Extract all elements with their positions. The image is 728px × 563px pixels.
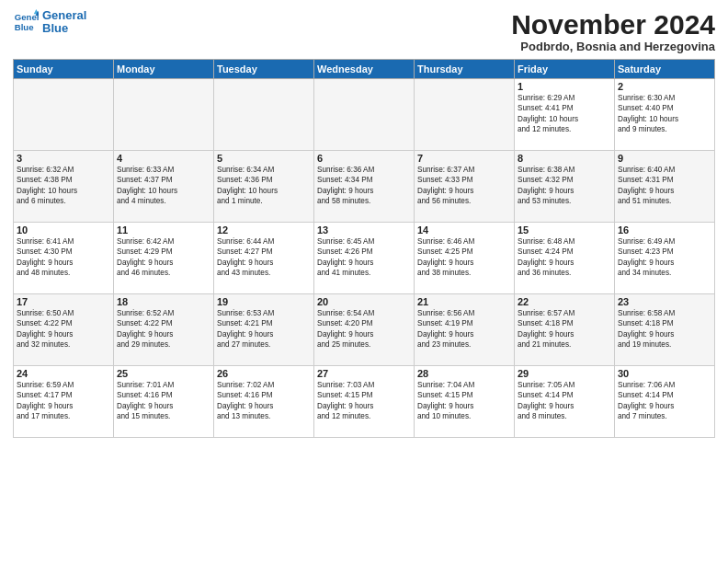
day-cell: 4Sunrise: 6:33 AMSunset: 4:37 PMDaylight… [114, 151, 214, 223]
day-number: 5 [217, 153, 311, 164]
day-cell: 23Sunrise: 6:58 AMSunset: 4:18 PMDayligh… [615, 294, 715, 366]
day-info: Sunrise: 6:37 AMSunset: 4:33 PMDaylight:… [417, 165, 511, 207]
day-info: Sunrise: 6:30 AMSunset: 4:40 PMDaylight:… [618, 93, 711, 135]
day-number: 3 [17, 153, 110, 164]
day-number: 19 [217, 296, 311, 307]
day-info: Sunrise: 6:29 AMSunset: 4:41 PMDaylight:… [518, 93, 611, 135]
day-cell: 11Sunrise: 6:42 AMSunset: 4:29 PMDayligh… [114, 223, 214, 294]
day-cell: 6Sunrise: 6:36 AMSunset: 4:34 PMDaylight… [314, 151, 415, 223]
day-info: Sunrise: 6:36 AMSunset: 4:34 PMDaylight:… [317, 165, 411, 207]
day-cell: 5Sunrise: 6:34 AMSunset: 4:36 PMDaylight… [214, 151, 314, 223]
col-header-saturday: Saturday [615, 60, 715, 79]
day-info: Sunrise: 7:05 AMSunset: 4:14 PMDaylight:… [518, 380, 611, 422]
day-cell: 9Sunrise: 6:40 AMSunset: 4:31 PMDaylight… [615, 151, 715, 223]
day-info: Sunrise: 6:32 AMSunset: 4:38 PMDaylight:… [17, 165, 110, 207]
day-cell: 1Sunrise: 6:29 AMSunset: 4:41 PMDaylight… [515, 79, 615, 151]
logo-line1: General [42, 9, 86, 22]
day-number: 13 [317, 224, 411, 236]
day-number: 29 [518, 368, 611, 379]
day-info: Sunrise: 7:06 AMSunset: 4:14 PMDaylight:… [618, 380, 711, 422]
col-header-wednesday: Wednesday [314, 60, 415, 79]
col-header-sunday: Sunday [14, 60, 114, 79]
location: Podbrdo, Bosnia and Herzegovina [511, 40, 715, 53]
day-number: 20 [317, 296, 411, 307]
day-cell [214, 79, 314, 151]
day-info: Sunrise: 6:54 AMSunset: 4:20 PMDaylight:… [317, 308, 411, 350]
day-cell: 20Sunrise: 6:54 AMSunset: 4:20 PMDayligh… [314, 294, 415, 366]
day-cell: 29Sunrise: 7:05 AMSunset: 4:14 PMDayligh… [515, 366, 615, 438]
day-number: 30 [618, 368, 711, 379]
day-info: Sunrise: 6:44 AMSunset: 4:27 PMDaylight:… [217, 236, 311, 279]
day-cell: 26Sunrise: 7:02 AMSunset: 4:16 PMDayligh… [214, 366, 314, 438]
day-number: 11 [117, 224, 210, 236]
day-info: Sunrise: 6:49 AMSunset: 4:23 PMDaylight:… [618, 236, 711, 279]
col-header-monday: Monday [114, 60, 214, 79]
day-number: 10 [17, 224, 110, 236]
day-info: Sunrise: 6:34 AMSunset: 4:36 PMDaylight:… [217, 165, 311, 207]
week-row-4: 17Sunrise: 6:50 AMSunset: 4:22 PMDayligh… [14, 294, 715, 366]
day-number: 15 [518, 224, 611, 236]
week-row-1: 1Sunrise: 6:29 AMSunset: 4:41 PMDaylight… [14, 79, 715, 151]
day-info: Sunrise: 7:02 AMSunset: 4:16 PMDaylight:… [217, 380, 311, 422]
day-cell: 12Sunrise: 6:44 AMSunset: 4:27 PMDayligh… [214, 223, 314, 294]
day-info: Sunrise: 6:57 AMSunset: 4:18 PMDaylight:… [518, 308, 611, 350]
day-cell: 22Sunrise: 6:57 AMSunset: 4:18 PMDayligh… [515, 294, 615, 366]
day-cell: 19Sunrise: 6:53 AMSunset: 4:21 PMDayligh… [214, 294, 314, 366]
day-info: Sunrise: 6:46 AMSunset: 4:25 PMDaylight:… [417, 236, 511, 279]
day-cell: 25Sunrise: 7:01 AMSunset: 4:16 PMDayligh… [114, 366, 214, 438]
col-header-tuesday: Tuesday [214, 60, 314, 79]
day-info: Sunrise: 6:40 AMSunset: 4:31 PMDaylight:… [618, 165, 711, 207]
day-cell: 7Sunrise: 6:37 AMSunset: 4:33 PMDaylight… [415, 151, 515, 223]
day-number: 7 [417, 153, 511, 164]
day-number: 9 [618, 153, 711, 164]
day-cell: 3Sunrise: 6:32 AMSunset: 4:38 PMDaylight… [14, 151, 114, 223]
day-info: Sunrise: 6:58 AMSunset: 4:18 PMDaylight:… [618, 308, 711, 350]
day-info: Sunrise: 6:45 AMSunset: 4:26 PMDaylight:… [317, 236, 411, 279]
day-number: 25 [117, 368, 210, 379]
day-number: 12 [217, 224, 311, 236]
day-cell [114, 79, 214, 151]
day-info: Sunrise: 6:38 AMSunset: 4:32 PMDaylight:… [518, 165, 611, 207]
day-info: Sunrise: 7:01 AMSunset: 4:16 PMDaylight:… [117, 380, 210, 422]
day-number: 27 [317, 368, 411, 379]
day-cell: 27Sunrise: 7:03 AMSunset: 4:15 PMDayligh… [314, 366, 415, 438]
day-cell: 21Sunrise: 6:56 AMSunset: 4:19 PMDayligh… [415, 294, 515, 366]
day-info: Sunrise: 7:03 AMSunset: 4:15 PMDaylight:… [317, 380, 411, 422]
day-info: Sunrise: 6:41 AMSunset: 4:30 PMDaylight:… [17, 236, 110, 279]
day-info: Sunrise: 7:04 AMSunset: 4:15 PMDaylight:… [417, 380, 511, 422]
day-cell: 16Sunrise: 6:49 AMSunset: 4:23 PMDayligh… [615, 223, 715, 294]
day-number: 22 [518, 296, 611, 307]
day-info: Sunrise: 6:53 AMSunset: 4:21 PMDaylight:… [217, 308, 311, 350]
week-row-2: 3Sunrise: 6:32 AMSunset: 4:38 PMDaylight… [14, 151, 715, 223]
day-info: Sunrise: 6:33 AMSunset: 4:37 PMDaylight:… [117, 165, 210, 207]
header: General Blue General Blue November 2024 … [13, 9, 715, 53]
logo: General Blue General Blue [13, 9, 86, 36]
logo-line2: Blue [42, 22, 86, 35]
day-cell: 13Sunrise: 6:45 AMSunset: 4:26 PMDayligh… [314, 223, 415, 294]
day-info: Sunrise: 6:50 AMSunset: 4:22 PMDaylight:… [17, 308, 110, 350]
calendar-page: General Blue General Blue November 2024 … [0, 0, 728, 563]
day-info: Sunrise: 6:52 AMSunset: 4:22 PMDaylight:… [117, 308, 210, 350]
week-row-5: 24Sunrise: 6:59 AMSunset: 4:17 PMDayligh… [14, 366, 715, 438]
day-number: 28 [417, 368, 511, 379]
day-info: Sunrise: 6:42 AMSunset: 4:29 PMDaylight:… [117, 236, 210, 279]
day-number: 1 [518, 81, 611, 92]
day-number: 6 [317, 153, 411, 164]
day-number: 24 [17, 368, 110, 379]
day-number: 16 [618, 224, 711, 236]
day-cell: 17Sunrise: 6:50 AMSunset: 4:22 PMDayligh… [14, 294, 114, 366]
day-cell: 15Sunrise: 6:48 AMSunset: 4:24 PMDayligh… [515, 223, 615, 294]
day-cell: 30Sunrise: 7:06 AMSunset: 4:14 PMDayligh… [615, 366, 715, 438]
day-cell [415, 79, 515, 151]
day-cell [314, 79, 415, 151]
month-title: November 2024 [511, 9, 715, 40]
day-number: 4 [117, 153, 210, 164]
day-cell: 18Sunrise: 6:52 AMSunset: 4:22 PMDayligh… [114, 294, 214, 366]
day-info: Sunrise: 6:56 AMSunset: 4:19 PMDaylight:… [417, 308, 511, 350]
col-header-friday: Friday [515, 60, 615, 79]
title-block: November 2024 Podbrdo, Bosnia and Herzeg… [511, 9, 715, 53]
svg-text:Blue: Blue [15, 22, 34, 32]
header-row: SundayMondayTuesdayWednesdayThursdayFrid… [14, 60, 715, 79]
day-number: 17 [17, 296, 110, 307]
day-cell: 14Sunrise: 6:46 AMSunset: 4:25 PMDayligh… [415, 223, 515, 294]
